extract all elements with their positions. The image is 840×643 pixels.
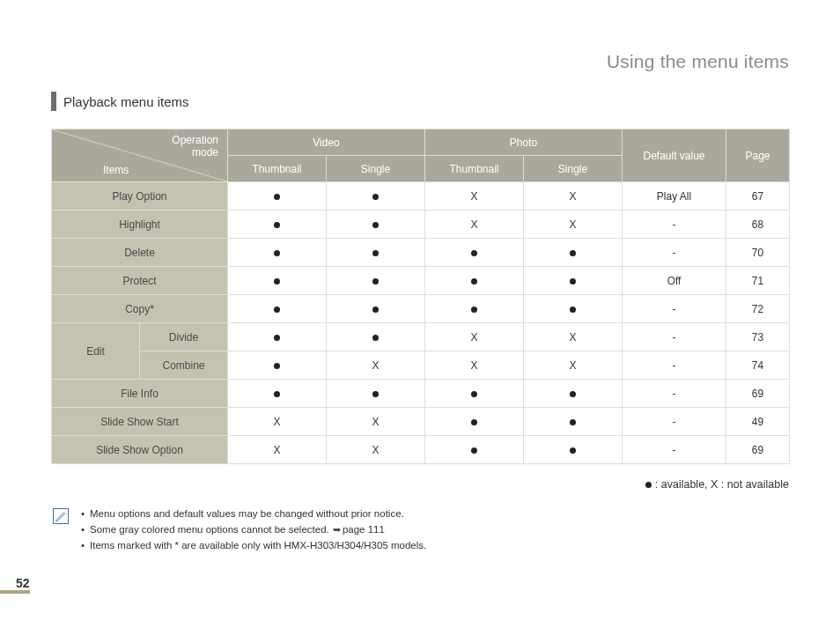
data-cell [524,239,623,267]
subheading-text: Playback menu items [63,94,189,109]
page-cell: 73 [726,323,790,351]
header-video-thumbnail: Thumbnail [228,156,327,182]
dot-icon [570,419,576,425]
table-row: Slide Show OptionXX-69 [52,436,790,464]
header-video-single: Single [327,156,425,182]
data-cell: X [524,182,623,211]
default-value-cell: - [623,351,726,380]
data-cell [327,182,425,211]
default-value-cell: Off [623,267,726,295]
page-accent-bar [0,590,30,594]
data-cell [327,295,425,323]
default-value-cell: - [623,211,726,239]
row-label: Delete [52,239,228,267]
dot-icon [274,307,280,313]
data-cell: X [228,436,327,464]
data-cell [425,239,524,267]
data-cell: X [327,408,425,436]
data-cell [228,267,327,295]
dot-icon [372,278,379,285]
dot-icon [570,307,576,313]
dot-icon [570,250,576,256]
note-item: Menu options and default values may be c… [77,506,426,522]
default-value-cell: - [623,408,726,436]
data-cell: X [524,211,623,239]
data-cell [327,323,425,351]
data-cell [425,436,524,464]
page-cell: 67 [726,182,790,211]
row-group-label: Edit [52,323,140,380]
page-number: 52 [16,576,30,590]
data-cell [425,408,524,436]
data-cell: X [524,323,623,351]
header-photo-thumbnail: Thumbnail [425,156,524,182]
page-cell: 70 [726,239,790,267]
table-row: Delete-70 [52,239,790,267]
default-value-cell: - [623,295,726,323]
dot-icon [372,194,379,200]
table-row: CombineXXX-74 [52,351,790,380]
row-label: Play Option [52,182,228,211]
table-row: Slide Show StartXX-49 [52,408,790,436]
table-row: HighlightXX-68 [52,211,790,239]
section-title: Using the menu items [51,51,789,72]
data-cell [524,267,623,295]
data-cell: X [524,351,623,380]
table-row: File Info-69 [52,380,790,408]
subheading-row: Playback menu items [51,92,789,111]
dot-icon [471,307,477,313]
data-cell [425,267,524,295]
row-sub-label: Combine [140,351,228,380]
data-cell [228,211,327,239]
data-cell: X [425,211,524,239]
corner-cell: Operation mode Items [52,129,228,182]
row-label: Slide Show Option [52,436,228,464]
playback-table: Operation mode Items Video Photo Default… [51,129,790,464]
page-cell: 49 [726,408,790,436]
table-row: EditDivideXX-73 [52,323,790,351]
dot-icon [274,194,280,200]
data-cell [327,267,425,295]
data-cell [524,295,623,323]
page-cell: 72 [726,295,790,323]
data-cell: X [425,351,524,380]
dot-icon [372,335,379,341]
items-label: Items [103,164,129,176]
dot-icon [471,278,477,285]
data-cell [228,182,327,211]
data-cell [327,380,425,408]
header-photo: Photo [425,129,623,156]
dot-icon [471,419,477,425]
table-row: Play OptionXXPlay All67 [52,182,790,211]
row-label: Slide Show Start [52,408,228,436]
dot-icon [372,222,379,228]
page-cell: 68 [726,211,790,239]
dot-icon [570,391,576,397]
row-label: Protect [52,267,228,295]
default-value-cell: - [623,436,726,464]
header-default-value: Default value [623,129,726,182]
dot-icon [372,250,379,256]
data-cell: X [228,408,327,436]
data-cell: X [425,323,524,351]
page-cell: 69 [726,380,790,408]
dot-icon [372,391,379,397]
default-value-cell: Play All [623,182,726,211]
dot-icon [570,278,576,285]
arrow-icon: ➥ [333,522,341,537]
table-row: Copy*-72 [52,295,790,323]
dot-icon [274,222,280,228]
default-value-cell: - [623,323,726,351]
operation-mode-label: Operation mode [172,135,218,159]
data-cell [524,408,623,436]
dot-icon [570,447,576,454]
data-cell [327,211,425,239]
dot-icon [274,335,280,341]
dot-icon [471,447,477,454]
note-item: Items marked with * are available only w… [77,538,426,554]
dot-icon [274,278,280,285]
row-label: File Info [52,380,228,408]
data-cell: X [327,436,425,464]
data-cell [425,295,524,323]
data-cell [228,323,327,351]
